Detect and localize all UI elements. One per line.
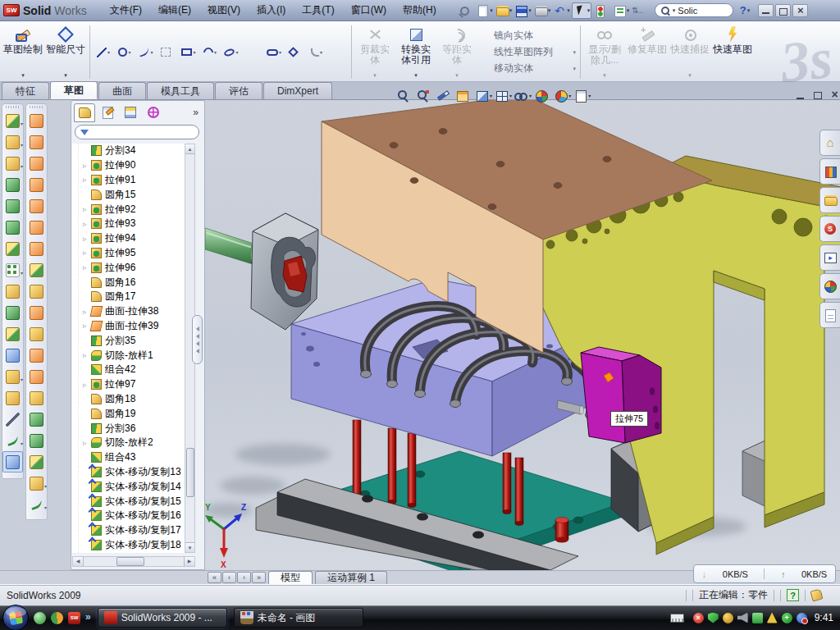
feature-tree-item[interactable]: ▹ 拉伸91 [72, 173, 185, 188]
chevron-down-icon[interactable]: ▾ [373, 70, 377, 80]
linear-sketch-pattern-button[interactable]: 线性草图阵列 ▾ [479, 45, 576, 60]
tab-dimxpert[interactable]: DimXpert [263, 82, 332, 99]
boundary-surface-icon[interactable]: ▾ [26, 195, 47, 217]
draft-icon[interactable]: ▾ [2, 302, 23, 323]
doc-close-button[interactable] [829, 90, 840, 101]
polygon-tool[interactable]: ▾ [285, 44, 306, 61]
menu-window[interactable]: 窗口(W) [343, 0, 395, 21]
security-alert-tray-icon[interactable] [693, 613, 704, 623]
display-delete-relations-button[interactable]: 显示/删除几... ▾ [583, 23, 626, 81]
chevron-down-icon[interactable]: ▾ [21, 163, 23, 169]
quick-launch-icon[interactable] [51, 612, 63, 624]
tab-mold-tools[interactable]: 模具工具 [147, 82, 214, 99]
feature-tree-item[interactable]: ▹ 拉伸90 [72, 158, 185, 173]
chevron-down-icon[interactable]: ▾ [21, 270, 23, 276]
rib-icon[interactable]: ▾ [2, 281, 23, 302]
chevron-down-icon[interactable]: ▾ [279, 49, 281, 55]
measure-icon[interactable]: ▾ [2, 451, 23, 472]
shut-off-surface-icon[interactable]: ▾ [26, 345, 47, 366]
chevron-down-icon[interactable]: ▾ [21, 441, 23, 446]
select-arrow-icon[interactable]: ▾ [572, 2, 592, 19]
line-tool[interactable]: ▾ [93, 44, 114, 61]
scroll-left-button[interactable]: ◀ [73, 557, 84, 566]
tab-evaluate[interactable]: 评估 [215, 82, 262, 99]
circle-tool[interactable]: ▾ [114, 44, 135, 61]
linear-pattern-icon[interactable]: ▾ [2, 259, 23, 281]
property-manager-tab[interactable] [97, 103, 118, 122]
panel-splitter-handle[interactable] [192, 315, 203, 364]
move-entities-button[interactable]: 移动实体 ▾ [479, 62, 576, 76]
freeform-icon[interactable]: ▾ [26, 494, 47, 515]
expand-arrow-icon[interactable]: ▹ [83, 308, 90, 316]
appearances-tab[interactable] [819, 273, 840, 299]
trim-entities-button[interactable]: 剪裁实体 ▾ [354, 23, 395, 81]
repair-sketch-button[interactable]: 修复草图 ▾ [626, 23, 669, 81]
zoom-to-selection-icon[interactable]: ▾ [436, 89, 453, 103]
selected-extrude-body[interactable] [581, 347, 661, 443]
feature-tree-item[interactable]: ▹ 分割35 [72, 333, 185, 348]
defender-tray-icon[interactable] [782, 613, 792, 623]
view-settings-icon[interactable]: ▾ [573, 89, 591, 103]
close-button[interactable] [792, 4, 808, 17]
view-palette-tab[interactable] [819, 244, 840, 271]
feature-tree-item[interactable]: ▹ 圆角16 [72, 275, 185, 290]
spline-curve-icon[interactable]: ▾ [2, 430, 23, 451]
zoom-to-fit-icon[interactable]: ▾ [396, 89, 413, 103]
quick-tips-icon[interactable]: ? [787, 589, 799, 601]
chevron-down-icon[interactable]: ▾ [235, 49, 238, 55]
feature-tree-item[interactable]: ▹ 圆角18 [72, 392, 185, 407]
nav-first-button[interactable]: « [208, 572, 221, 583]
tree-horizontal-scrollbar[interactable]: ◀ ▶ [72, 556, 195, 567]
search-caret-icon[interactable]: ▾ [673, 7, 676, 14]
feature-tree-item[interactable]: ▹ 实体-移动/复制14 [72, 479, 185, 494]
expand-arrow-icon[interactable]: ▹ [83, 322, 90, 330]
update-tray-icon[interactable] [723, 613, 733, 623]
tab-sketch[interactable]: 草图 [50, 81, 98, 99]
antivirus-tray-icon[interactable] [708, 613, 719, 623]
panel-expand-button[interactable]: » [193, 107, 202, 118]
tab-motion-study-1[interactable]: 运动算例 1 [315, 571, 387, 584]
expand-arrow-icon[interactable]: ▹ [83, 220, 90, 228]
solidworks-search-tab[interactable] [819, 216, 840, 242]
knit-surface-icon[interactable]: ▾ [26, 259, 47, 281]
spline-tool[interactable]: ▾ [135, 44, 157, 61]
feature-tree-item[interactable]: ▹ 组合42 [72, 363, 185, 377]
arc-tool[interactable]: ▾ [199, 44, 221, 61]
model-canvas[interactable]: Y Z X [205, 100, 840, 570]
chevron-down-icon[interactable]: ▾ [573, 49, 576, 56]
revolved-boss-icon[interactable]: ▾ [2, 131, 23, 153]
chevron-down-icon[interactable]: ▾ [588, 93, 591, 98]
chevron-down-icon[interactable]: ▾ [214, 49, 217, 55]
offset-surface-icon[interactable]: ▾ [26, 217, 47, 238]
feature-tree-item[interactable]: ▹ 分割36 [72, 421, 185, 436]
tooling-split-icon[interactable]: ▾ [26, 387, 47, 409]
sketch-button[interactable]: 草图绘制 ▾ [2, 23, 44, 81]
scrollbar-thumb[interactable] [186, 448, 194, 497]
feature-tree-item[interactable]: ▹ 曲面-拉伸38 [72, 304, 185, 319]
extruded-boss-icon[interactable]: ▾ [2, 110, 23, 131]
feature-tree-item[interactable]: ▹ 圆角19 [72, 406, 185, 421]
scroll-right-button[interactable]: ▶ [184, 557, 194, 566]
clock[interactable]: 9:41 [815, 612, 833, 623]
feature-tree-item[interactable]: ▹ 实体-移动/复制18 [72, 538, 185, 553]
scrollbar-thumb[interactable] [116, 557, 144, 566]
selection-box-tool[interactable]: ▾ [157, 44, 178, 61]
mirror-entities-button[interactable]: 镜向实体 ▾ [479, 29, 576, 43]
chevron-down-icon[interactable]: ▾ [193, 49, 195, 55]
filter-input[interactable] [92, 127, 194, 137]
chevron-down-icon[interactable]: ▾ [528, 7, 532, 14]
scroll-up-button[interactable]: ▲ [185, 144, 194, 154]
sync-tray-icon[interactable] [797, 613, 807, 623]
chevron-down-icon[interactable]: ▾ [64, 70, 67, 80]
graphics-viewport[interactable]: Y Z X [205, 100, 840, 570]
mold-insert-block[interactable] [251, 213, 318, 330]
shell-icon[interactable]: ▾ [2, 217, 23, 238]
draft-analysis-icon[interactable]: ▾ [26, 430, 47, 451]
parting-line-icon[interactable]: ▾ [26, 323, 47, 345]
chevron-down-icon[interactable]: ▾ [688, 70, 692, 80]
toolbar-overflow-icon[interactable]: ▾ [631, 2, 650, 19]
chevron-down-icon[interactable]: ▾ [414, 70, 418, 80]
feature-tree-item[interactable]: ▹ 实体-移动/复制13 [72, 465, 185, 480]
boss-icon[interactable]: ▾ [2, 387, 23, 409]
chevron-down-icon[interactable]: ▾ [568, 93, 571, 98]
